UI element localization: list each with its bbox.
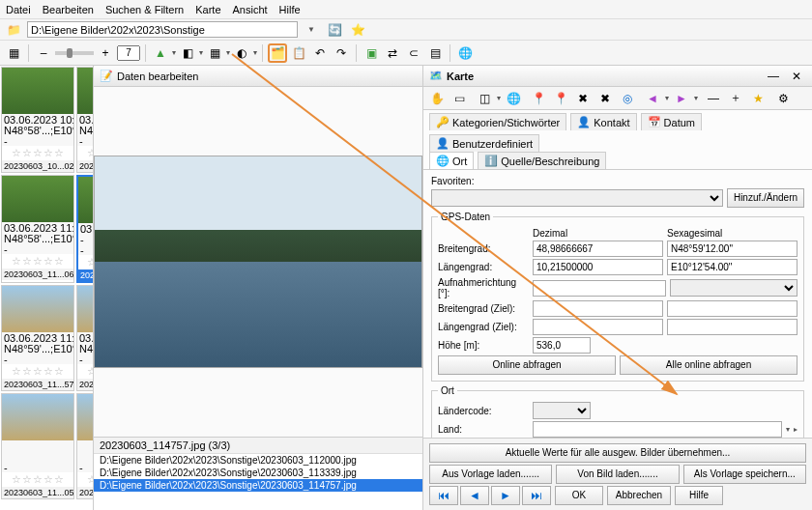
tab-kategorien-stichw-rter[interactable]: 🔑Kategorien/Stichwörter bbox=[429, 113, 566, 130]
direction-select[interactable] bbox=[670, 279, 798, 297]
load-from-image-button[interactable]: Von Bild laden....... bbox=[556, 465, 679, 484]
file-list-item[interactable]: D:\Eigene Bilder\202x\2023\Sonstige\2023… bbox=[94, 479, 422, 492]
menu-suchen[interactable]: Suchen & Filtern bbox=[105, 4, 184, 15]
direction-label: Aufnahmerichtung [°]: bbox=[438, 277, 529, 298]
lat-dec-input[interactable] bbox=[533, 241, 663, 257]
favoriten-label: Favoriten: bbox=[431, 176, 522, 186]
mt-clear-icon[interactable]: ✖ bbox=[573, 89, 593, 108]
laendercode-select[interactable] bbox=[533, 402, 591, 419]
lat-target-dec[interactable] bbox=[533, 300, 663, 317]
land-input[interactable] bbox=[533, 421, 782, 438]
thumbnail[interactable]: 03.06.2023 11:20:06N48°58'...;E10°11'...… bbox=[1, 175, 74, 283]
refresh-icon[interactable]: 🔄 bbox=[325, 20, 344, 40]
height-input[interactable] bbox=[533, 337, 591, 354]
load-template-button[interactable]: Aus Vorlage laden....... bbox=[429, 465, 552, 484]
path-input[interactable] bbox=[27, 21, 298, 38]
nav-next[interactable]: ► bbox=[491, 486, 520, 505]
tool2-icon[interactable]: ◧ bbox=[178, 43, 197, 63]
tab-datum[interactable]: 📅Datum bbox=[641, 113, 702, 130]
lon-sex-input[interactable] bbox=[667, 259, 798, 275]
globe-icon[interactable]: 🌐 bbox=[455, 43, 475, 63]
favorite-icon[interactable]: ⭐ bbox=[348, 20, 367, 40]
menu-hilfe[interactable]: Hilfe bbox=[279, 4, 301, 15]
mt-hand-icon[interactable]: ✋ bbox=[427, 89, 447, 108]
hinzuf-button[interactable]: Hinzuf./Ändern bbox=[727, 188, 804, 208]
tool1-icon[interactable]: ▲ bbox=[151, 43, 170, 63]
thumbnail[interactable]: 03.06.2023 11:33:39--☆☆☆☆☆20230603_11...… bbox=[76, 175, 94, 283]
mt-prev-icon[interactable]: ◄ bbox=[643, 89, 662, 108]
tool6-icon[interactable]: 📋 bbox=[289, 43, 308, 63]
thumbnail[interactable]: 03.06.2023 11:47:57N48°59'...;E10°13'...… bbox=[1, 285, 74, 391]
gps-online-button[interactable]: Online abfragen bbox=[438, 355, 616, 375]
tool3-icon[interactable]: ▦ bbox=[205, 43, 224, 63]
zoom-out-icon[interactable]: – bbox=[34, 43, 53, 63]
menu-bearbeiten[interactable]: Bearbeiten bbox=[43, 4, 94, 15]
tool7-icon[interactable]: ▣ bbox=[362, 43, 381, 63]
lat-target-sex[interactable] bbox=[667, 300, 798, 317]
preview-tab-header: 📝 Daten bearbeiten bbox=[94, 66, 422, 87]
folder-up-icon[interactable]: 📁 bbox=[4, 20, 23, 40]
path-bar: 📁 ▼ 🔄 ⭐ bbox=[0, 19, 812, 41]
menu-datei[interactable]: Datei bbox=[6, 4, 31, 15]
nav-first[interactable]: ⏮ bbox=[429, 486, 458, 505]
mt-target-icon[interactable]: ◎ bbox=[618, 89, 637, 108]
lon-target-sex[interactable] bbox=[667, 319, 798, 335]
lon-dec-input[interactable] bbox=[533, 259, 663, 275]
thumbnail-pane[interactable]: 03.06.2023 10:54:02N48°58'...;E10°8'5...… bbox=[0, 66, 94, 510]
thumbs-icon[interactable]: ▦ bbox=[4, 43, 23, 63]
lon-target-dec[interactable] bbox=[533, 319, 663, 335]
lat-sex-input[interactable] bbox=[667, 241, 798, 257]
tool9-icon[interactable]: ⊂ bbox=[404, 43, 423, 63]
tool8-icon[interactable]: ⇄ bbox=[383, 43, 402, 63]
mt-star-icon[interactable]: ★ bbox=[748, 89, 768, 108]
tab-quelle-beschreibung[interactable]: ℹ️Quelle/Beschreibung bbox=[478, 152, 606, 169]
edit-data-tab[interactable]: Daten bearbeiten bbox=[117, 71, 198, 82]
file-list-item[interactable]: D:\Eigene Bilder\202x\2023\Sonstige\2023… bbox=[94, 467, 422, 479]
menu-karte[interactable]: Karte bbox=[195, 4, 220, 15]
mt-layers-icon[interactable]: ◫ bbox=[475, 89, 494, 108]
zoom-slider[interactable] bbox=[55, 51, 94, 55]
lat-label: Breitengrad: bbox=[438, 243, 529, 254]
favoriten-select[interactable] bbox=[431, 189, 723, 207]
mt-world-icon[interactable]: 🌐 bbox=[504, 89, 523, 108]
thumbnail[interactable]: -☆☆☆☆☆20230603_11...07.jpg bbox=[76, 393, 94, 499]
nav-prev[interactable]: ◄ bbox=[460, 486, 489, 505]
minimize-icon[interactable]: — bbox=[764, 67, 783, 86]
zoom-value[interactable] bbox=[117, 45, 140, 61]
mt-clear2-icon[interactable]: ✖ bbox=[595, 89, 615, 108]
path-dropdown[interactable]: ▼ bbox=[302, 20, 321, 40]
tool10-icon[interactable]: ▤ bbox=[425, 43, 445, 63]
menu-ansicht[interactable]: Ansicht bbox=[233, 4, 268, 15]
thumbnail[interactable]: 03.06.2023 11:50:07N48°59'...;E10°13'...… bbox=[76, 285, 94, 391]
rotate-right-icon[interactable]: ↷ bbox=[332, 43, 351, 63]
help-button[interactable]: Hilfe bbox=[675, 486, 723, 505]
zoom-in-icon[interactable]: + bbox=[96, 43, 115, 63]
thumbnail[interactable]: 03.06.2023 10:54:02N48°58'...;E10°8'5...… bbox=[1, 67, 74, 173]
rotate-left-icon[interactable]: ↶ bbox=[310, 43, 330, 63]
tool4-icon[interactable]: ◐ bbox=[232, 43, 251, 63]
file-list-item[interactable]: D:\Eigene Bilder\202x\2023\Sonstige\2023… bbox=[94, 454, 422, 467]
save-template-button[interactable]: Als Vorlage speichern... bbox=[683, 465, 806, 484]
thumbnail[interactable]: -☆☆☆☆☆20230603_11...05.jpg bbox=[1, 393, 74, 499]
mt-sel-icon[interactable]: ▭ bbox=[450, 89, 469, 108]
tab-benutzerdefiniert[interactable]: 👤Benutzerdefiniert bbox=[429, 134, 539, 152]
nav-last[interactable]: ⏭ bbox=[522, 486, 551, 505]
main-area: 03.06.2023 10:54:02N48°58'...;E10°8'5...… bbox=[0, 66, 812, 510]
mt-minus-icon[interactable]: — bbox=[704, 89, 723, 108]
direction-input[interactable] bbox=[533, 280, 666, 297]
tab-kontakt[interactable]: 👤Kontakt bbox=[570, 113, 636, 130]
mt-gear-icon[interactable]: ⚙ bbox=[773, 89, 793, 108]
edit-data-icon[interactable]: 🗂️ bbox=[268, 43, 287, 63]
apply-all-button[interactable]: Aktuelle Werte für alle ausgew. Bilder ü… bbox=[429, 443, 806, 463]
mt-plus-icon[interactable]: ＋ bbox=[726, 89, 745, 108]
tab-ort[interactable]: 🌐Ort bbox=[429, 152, 474, 169]
gps-all-online-button[interactable]: Alle online abfragen bbox=[620, 355, 798, 375]
ok-button[interactable]: OK bbox=[555, 486, 603, 505]
mt-next-icon[interactable]: ► bbox=[672, 89, 691, 108]
thumbnail[interactable]: 03.06.2023 10:54:10N48°58'...;E10°8'5...… bbox=[76, 67, 94, 173]
cancel-button[interactable]: Abbrechen bbox=[607, 486, 671, 505]
close-icon[interactable]: ✕ bbox=[787, 67, 806, 86]
mt-pin-icon[interactable]: 📍 bbox=[529, 89, 548, 108]
mt-pin2-icon[interactable]: 📍 bbox=[551, 89, 570, 108]
ort-legend: Ort bbox=[438, 385, 457, 396]
